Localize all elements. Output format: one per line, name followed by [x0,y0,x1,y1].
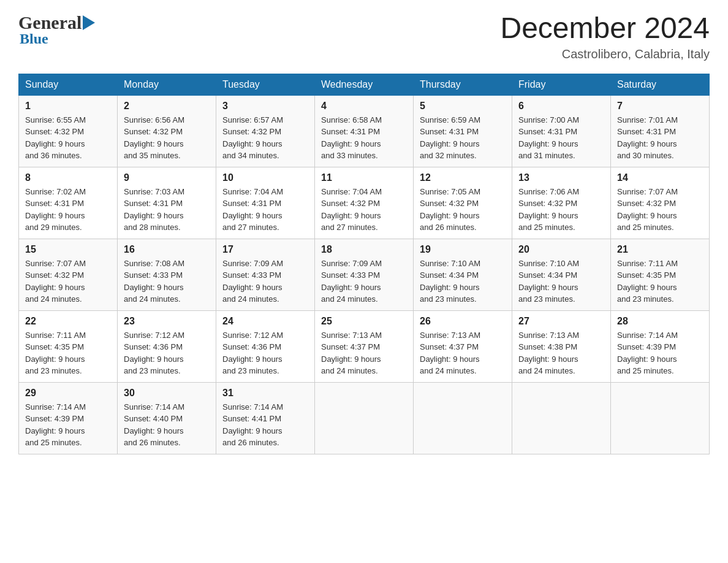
day-number: 22 [25,316,111,327]
day-info: Sunrise: 7:14 AMSunset: 4:39 PMDaylight:… [25,401,111,449]
calendar-cell: 28Sunrise: 7:14 AMSunset: 4:39 PMDayligh… [611,310,710,382]
calendar-cell: 7Sunrise: 7:01 AMSunset: 4:31 PMDaylight… [611,95,710,167]
day-number: 3 [222,101,308,112]
logo-arrow-icon [83,14,97,31]
day-number: 17 [222,244,308,255]
day-number: 25 [321,316,407,327]
day-number: 29 [25,388,111,399]
calendar-cell: 12Sunrise: 7:05 AMSunset: 4:32 PMDayligh… [414,167,512,239]
calendar-cell: 30Sunrise: 7:14 AMSunset: 4:40 PMDayligh… [118,382,216,454]
day-info: Sunrise: 7:09 AMSunset: 4:33 PMDaylight:… [321,258,407,305]
day-info: Sunrise: 7:05 AMSunset: 4:32 PMDaylight:… [420,186,506,234]
day-info: Sunrise: 7:06 AMSunset: 4:32 PMDaylight:… [518,186,604,234]
calendar-cell: 9Sunrise: 7:03 AMSunset: 4:31 PMDaylight… [118,167,216,239]
day-number: 5 [420,101,506,112]
day-info: Sunrise: 7:04 AMSunset: 4:32 PMDaylight:… [321,186,407,234]
logo-general-text: General [18,12,82,33]
calendar-cell: 24Sunrise: 7:12 AMSunset: 4:36 PMDayligh… [216,310,315,382]
calendar-cell: 3Sunrise: 6:57 AMSunset: 4:32 PMDaylight… [216,95,315,167]
calendar-cell: 25Sunrise: 7:13 AMSunset: 4:37 PMDayligh… [315,310,414,382]
day-number: 2 [124,101,210,112]
weekday-header-thursday: Thursday [414,74,512,95]
calendar-cell: 16Sunrise: 7:08 AMSunset: 4:33 PMDayligh… [118,239,216,310]
day-info: Sunrise: 6:57 AMSunset: 4:32 PMDaylight:… [222,114,308,162]
day-info: Sunrise: 7:02 AMSunset: 4:31 PMDaylight:… [25,186,111,234]
day-number: 4 [321,101,407,112]
calendar-cell [414,382,512,454]
calendar-cell: 23Sunrise: 7:12 AMSunset: 4:36 PMDayligh… [118,310,216,382]
page-header: General Blue December 2024 Castrolibero,… [18,12,710,61]
calendar-cell: 6Sunrise: 7:00 AMSunset: 4:31 PMDaylight… [512,95,611,167]
day-info: Sunrise: 7:11 AMSunset: 4:35 PMDaylight:… [25,329,111,377]
calendar-cell: 4Sunrise: 6:58 AMSunset: 4:31 PMDaylight… [315,95,414,167]
day-number: 15 [25,244,111,255]
weekday-header-wednesday: Wednesday [315,74,414,95]
weekday-header-friday: Friday [512,74,611,95]
day-number: 1 [25,101,111,112]
calendar-cell: 22Sunrise: 7:11 AMSunset: 4:35 PMDayligh… [19,310,118,382]
day-number: 28 [617,316,703,327]
day-number: 13 [518,172,604,183]
day-info: Sunrise: 7:07 AMSunset: 4:32 PMDaylight:… [617,186,703,234]
day-number: 16 [124,244,210,255]
calendar-cell: 29Sunrise: 7:14 AMSunset: 4:39 PMDayligh… [19,382,118,454]
weekday-header-saturday: Saturday [611,74,710,95]
weekday-header-row: SundayMondayTuesdayWednesdayThursdayFrid… [19,74,710,95]
day-info: Sunrise: 6:55 AMSunset: 4:32 PMDaylight:… [25,114,111,162]
day-info: Sunrise: 6:58 AMSunset: 4:31 PMDaylight:… [321,114,407,162]
day-info: Sunrise: 7:07 AMSunset: 4:32 PMDaylight:… [25,258,111,305]
day-info: Sunrise: 7:13 AMSunset: 4:37 PMDaylight:… [321,329,407,377]
day-info: Sunrise: 7:12 AMSunset: 4:36 PMDaylight:… [222,329,308,377]
calendar-cell: 19Sunrise: 7:10 AMSunset: 4:34 PMDayligh… [414,239,512,310]
weekday-header-tuesday: Tuesday [216,74,315,95]
day-info: Sunrise: 7:14 AMSunset: 4:39 PMDaylight:… [617,329,703,377]
day-number: 20 [518,244,604,255]
day-info: Sunrise: 6:59 AMSunset: 4:31 PMDaylight:… [420,114,506,162]
day-number: 8 [25,172,111,183]
calendar-week-1: 1Sunrise: 6:55 AMSunset: 4:32 PMDaylight… [19,95,710,167]
day-info: Sunrise: 7:10 AMSunset: 4:34 PMDaylight:… [420,258,506,305]
day-number: 6 [518,101,604,112]
day-info: Sunrise: 7:12 AMSunset: 4:36 PMDaylight:… [124,329,210,377]
day-info: Sunrise: 7:11 AMSunset: 4:35 PMDaylight:… [617,258,703,305]
day-info: Sunrise: 6:56 AMSunset: 4:32 PMDaylight:… [124,114,210,162]
weekday-header-monday: Monday [118,74,216,95]
calendar-cell [315,382,414,454]
logo: General Blue [18,12,97,47]
day-info: Sunrise: 7:08 AMSunset: 4:33 PMDaylight:… [124,258,210,305]
day-number: 23 [124,316,210,327]
month-year-title: December 2024 [500,12,710,45]
calendar-cell [512,382,611,454]
day-number: 27 [518,316,604,327]
calendar-cell: 26Sunrise: 7:13 AMSunset: 4:37 PMDayligh… [414,310,512,382]
calendar-cell: 15Sunrise: 7:07 AMSunset: 4:32 PMDayligh… [19,239,118,310]
calendar-cell: 13Sunrise: 7:06 AMSunset: 4:32 PMDayligh… [512,167,611,239]
calendar-cell [611,382,710,454]
calendar-week-5: 29Sunrise: 7:14 AMSunset: 4:39 PMDayligh… [19,382,710,454]
calendar-cell: 5Sunrise: 6:59 AMSunset: 4:31 PMDaylight… [414,95,512,167]
calendar-table: SundayMondayTuesdayWednesdayThursdayFrid… [18,74,710,454]
calendar-cell: 31Sunrise: 7:14 AMSunset: 4:41 PMDayligh… [216,382,315,454]
day-number: 30 [124,388,210,399]
calendar-cell: 1Sunrise: 6:55 AMSunset: 4:32 PMDaylight… [19,95,118,167]
calendar-cell: 11Sunrise: 7:04 AMSunset: 4:32 PMDayligh… [315,167,414,239]
day-info: Sunrise: 7:01 AMSunset: 4:31 PMDaylight:… [617,114,703,162]
day-number: 19 [420,244,506,255]
day-number: 31 [222,388,308,399]
day-info: Sunrise: 7:10 AMSunset: 4:34 PMDaylight:… [518,258,604,305]
location-subtitle: Castrolibero, Calabria, Italy [500,47,710,61]
calendar-week-2: 8Sunrise: 7:02 AMSunset: 4:31 PMDaylight… [19,167,710,239]
calendar-week-4: 22Sunrise: 7:11 AMSunset: 4:35 PMDayligh… [19,310,710,382]
day-info: Sunrise: 7:13 AMSunset: 4:38 PMDaylight:… [518,329,604,377]
day-number: 12 [420,172,506,183]
title-block: December 2024 Castrolibero, Calabria, It… [500,12,710,61]
calendar-week-3: 15Sunrise: 7:07 AMSunset: 4:32 PMDayligh… [19,239,710,310]
day-number: 7 [617,101,703,112]
calendar-cell: 18Sunrise: 7:09 AMSunset: 4:33 PMDayligh… [315,239,414,310]
svg-marker-0 [83,15,95,30]
day-number: 9 [124,172,210,183]
calendar-cell: 21Sunrise: 7:11 AMSunset: 4:35 PMDayligh… [611,239,710,310]
day-info: Sunrise: 7:14 AMSunset: 4:41 PMDaylight:… [222,401,308,449]
day-number: 10 [222,172,308,183]
calendar-cell: 14Sunrise: 7:07 AMSunset: 4:32 PMDayligh… [611,167,710,239]
